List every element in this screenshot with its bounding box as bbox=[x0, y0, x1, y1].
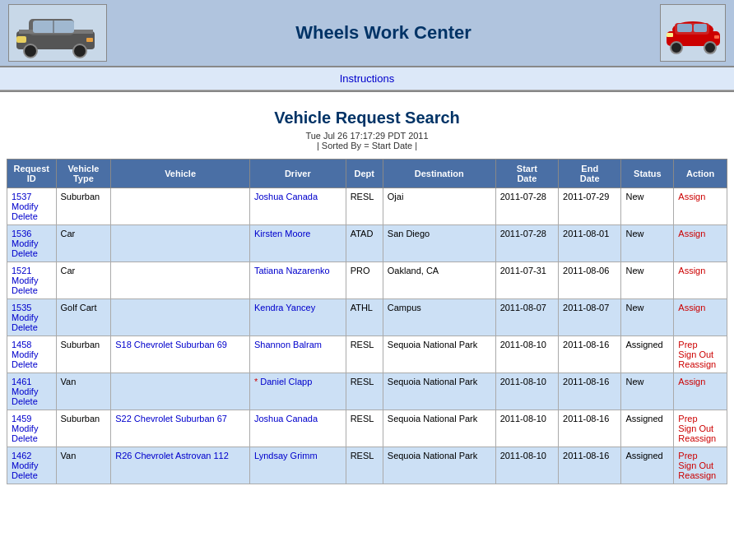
modify-link[interactable]: Modify bbox=[12, 386, 38, 396]
instructions-link[interactable]: Instructions bbox=[340, 72, 394, 85]
header-car-left-image bbox=[8, 4, 107, 62]
vehicle-cell bbox=[111, 262, 250, 299]
col-action: Action bbox=[674, 160, 727, 188]
request-id-cell: 1458ModifyDelete bbox=[7, 336, 57, 373]
destination-cell: Sequoia National Park bbox=[383, 336, 495, 373]
delete-link[interactable]: Delete bbox=[12, 211, 38, 221]
action-cell: Assign bbox=[674, 188, 727, 225]
table-row: 1458ModifyDeleteSuburbanS18 Chevrolet Su… bbox=[7, 336, 727, 373]
request-id-link[interactable]: 1521 bbox=[12, 266, 31, 275]
action-reassign-link[interactable]: Reassign bbox=[678, 359, 716, 369]
action-prep-link[interactable]: Prep bbox=[678, 451, 697, 460]
modify-link[interactable]: Modify bbox=[12, 460, 38, 470]
vehicle-cell: R26 Chevrolet Astrovan 112 bbox=[111, 447, 250, 484]
start-date-cell: 2011-08-10 bbox=[495, 447, 558, 484]
driver-cell: Kirsten Moore bbox=[249, 225, 346, 262]
destination-cell: Sequoia National Park bbox=[383, 410, 495, 447]
vehicle-link[interactable]: S22 Chevrolet Suburban 67 bbox=[115, 414, 227, 423]
action-assign-link[interactable]: Assign bbox=[678, 303, 705, 312]
results-table-container: RequestID VehicleType Vehicle Driver Dep… bbox=[0, 159, 734, 501]
action-assign-link[interactable]: Assign bbox=[678, 192, 705, 201]
end-date-cell: 2011-08-16 bbox=[559, 447, 621, 484]
driver-link[interactable]: Kendra Yancey bbox=[254, 303, 315, 312]
start-date-cell: 2011-07-28 bbox=[495, 188, 558, 225]
svg-rect-7 bbox=[16, 36, 26, 43]
vehicle-type-cell: Car bbox=[56, 262, 111, 299]
driver-cell: Kendra Yancey bbox=[249, 299, 346, 336]
modify-link[interactable]: Modify bbox=[12, 275, 38, 285]
action-assign-link[interactable]: Assign bbox=[678, 377, 705, 386]
request-id-cell: 1535ModifyDelete bbox=[7, 299, 57, 336]
status-cell: Assigned bbox=[621, 336, 674, 373]
action-sign-out-link[interactable]: Sign Out bbox=[678, 423, 713, 433]
driver-link[interactable]: Shannon Balram bbox=[254, 340, 322, 349]
end-date-cell: 2011-07-29 bbox=[559, 188, 621, 225]
delete-link[interactable]: Delete bbox=[12, 396, 38, 406]
delete-link[interactable]: Delete bbox=[12, 322, 38, 332]
driver-link[interactable]: Joshua Canada bbox=[254, 192, 318, 201]
start-date-cell: 2011-07-28 bbox=[495, 225, 558, 262]
action-cell: PrepSign OutReassign bbox=[674, 410, 727, 447]
vehicle-link[interactable]: S18 Chevrolet Suburban 69 bbox=[115, 340, 227, 349]
driver-link[interactable]: Tatiana Nazarenko bbox=[254, 266, 330, 275]
destination-cell: Ojai bbox=[383, 188, 495, 225]
driver-link[interactable]: Joshua Canada bbox=[254, 414, 318, 423]
modify-link[interactable]: Modify bbox=[12, 423, 38, 433]
start-date-cell: 2011-08-07 bbox=[495, 299, 558, 336]
action-reassign-link[interactable]: Reassign bbox=[678, 470, 716, 480]
status-cell: Assigned bbox=[621, 447, 674, 484]
delete-link[interactable]: Delete bbox=[12, 285, 38, 295]
delete-link[interactable]: Delete bbox=[12, 248, 38, 258]
driver-link[interactable]: Kirsten Moore bbox=[254, 229, 310, 238]
request-id-link[interactable]: 1535 bbox=[12, 303, 31, 312]
action-sign-out-link[interactable]: Sign Out bbox=[678, 349, 713, 359]
action-cell: Assign bbox=[674, 225, 727, 262]
dept-cell: ATAD bbox=[346, 225, 383, 262]
sort-date-line2: | Sorted By = Start Date | bbox=[317, 141, 417, 150]
status-cell: New bbox=[621, 262, 674, 299]
action-prep-link[interactable]: Prep bbox=[678, 414, 697, 423]
request-id-link[interactable]: 1458 bbox=[12, 340, 31, 349]
page-title: Vehicle Request Search bbox=[0, 109, 734, 127]
action-assign-link[interactable]: Assign bbox=[678, 229, 705, 238]
request-id-link[interactable]: 1459 bbox=[12, 414, 31, 423]
status-cell: New bbox=[621, 373, 674, 410]
request-id-link[interactable]: 1536 bbox=[12, 229, 31, 238]
dept-cell: PRO bbox=[346, 262, 383, 299]
vehicle-type-cell: Van bbox=[56, 373, 111, 410]
modify-link[interactable]: Modify bbox=[12, 201, 38, 211]
start-date-cell: 2011-08-10 bbox=[495, 410, 558, 447]
driver-link[interactable]: Daniel Clapp bbox=[260, 377, 312, 386]
driver-link[interactable]: Lyndsay Grimm bbox=[254, 451, 318, 460]
action-prep-link[interactable]: Prep bbox=[678, 340, 697, 349]
modify-link[interactable]: Modify bbox=[12, 349, 38, 359]
delete-link[interactable]: Delete bbox=[12, 470, 38, 480]
delete-link[interactable]: Delete bbox=[12, 359, 38, 369]
action-assign-link[interactable]: Assign bbox=[678, 266, 705, 275]
driver-cell: Joshua Canada bbox=[249, 188, 346, 225]
vehicle-type-cell: Golf Cart bbox=[56, 299, 111, 336]
vehicle-link[interactable]: R26 Chevrolet Astrovan 112 bbox=[115, 451, 229, 460]
col-vehicle-type: VehicleType bbox=[56, 160, 111, 188]
table-row: 1459ModifyDeleteSuburbanS22 Chevrolet Su… bbox=[7, 410, 727, 447]
col-request-id: RequestID bbox=[7, 160, 57, 188]
delete-link[interactable]: Delete bbox=[12, 433, 38, 443]
modify-link[interactable]: Modify bbox=[12, 312, 38, 322]
action-cell: Assign bbox=[674, 299, 727, 336]
table-row: 1521ModifyDeleteCarTatiana NazarenkoPROO… bbox=[7, 262, 727, 299]
driver-cell: * Daniel Clapp bbox=[249, 373, 346, 410]
vehicle-cell bbox=[111, 373, 250, 410]
old-car-icon bbox=[12, 7, 103, 60]
request-id-link[interactable]: 1537 bbox=[12, 192, 31, 201]
request-id-link[interactable]: 1462 bbox=[12, 451, 31, 460]
table-header-row: RequestID VehicleType Vehicle Driver Dep… bbox=[7, 160, 727, 188]
start-date-cell: 2011-08-10 bbox=[495, 373, 558, 410]
request-id-link[interactable]: 1461 bbox=[12, 377, 31, 386]
action-sign-out-link[interactable]: Sign Out bbox=[678, 460, 713, 470]
col-end-date: EndDate bbox=[559, 160, 621, 188]
modify-link[interactable]: Modify bbox=[12, 238, 38, 248]
action-reassign-link[interactable]: Reassign bbox=[678, 433, 716, 443]
dept-cell: RESL bbox=[346, 336, 383, 373]
end-date-cell: 2011-08-01 bbox=[559, 225, 621, 262]
col-start-date: StartDate bbox=[495, 160, 558, 188]
